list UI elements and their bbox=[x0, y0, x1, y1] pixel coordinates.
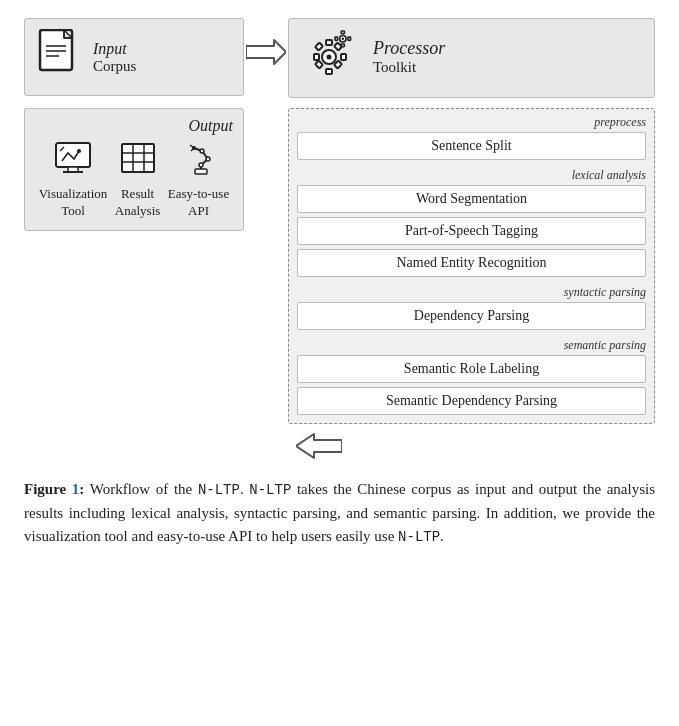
processor-to-output-arrow bbox=[296, 432, 342, 460]
pipeline-sdp: Semantic Dependency Parsing bbox=[297, 387, 646, 415]
nltp-ref-3: N-LTP bbox=[398, 529, 440, 545]
output-vis-tool: VisualizationTool bbox=[39, 141, 108, 220]
pipeline-pos: Part-of-Speech Tagging bbox=[297, 217, 646, 245]
svg-rect-34 bbox=[341, 54, 346, 60]
output-title-row: Output bbox=[35, 117, 233, 135]
output-inner: Output bbox=[35, 117, 233, 220]
pipeline-srl: Semantic Role Labeling bbox=[297, 355, 646, 383]
caption-fig-label: Figure 1: bbox=[24, 481, 84, 497]
svg-point-10 bbox=[77, 149, 81, 153]
pipeline-box: preprocess Sentence Split lexical analys… bbox=[288, 108, 655, 424]
input-title: Input bbox=[93, 40, 136, 58]
output-title: Output bbox=[189, 117, 233, 135]
svg-point-23 bbox=[206, 157, 210, 161]
left-column: Input Corpus Output bbox=[24, 18, 244, 231]
svg-rect-7 bbox=[56, 143, 90, 167]
processor-sublabel: Toolkit bbox=[373, 59, 445, 76]
input-box: Input Corpus bbox=[24, 18, 244, 96]
svg-rect-44 bbox=[348, 37, 351, 40]
figure-caption: Figure 1: Workflow of the N-LTP. N-LTP t… bbox=[24, 478, 655, 549]
svg-rect-12 bbox=[122, 144, 154, 172]
gear-icon bbox=[303, 29, 359, 85]
svg-rect-41 bbox=[341, 31, 344, 34]
pipeline-sentence-split: Sentence Split bbox=[297, 132, 646, 160]
svg-line-27 bbox=[191, 148, 194, 151]
svg-point-22 bbox=[199, 163, 203, 167]
arm-icon bbox=[180, 141, 218, 181]
processor-to-output-arrow-wrapper bbox=[288, 432, 655, 460]
section-label-semantic: semantic parsing bbox=[297, 338, 646, 353]
output-api: Easy-to-useAPI bbox=[168, 141, 229, 220]
svg-rect-43 bbox=[335, 37, 338, 40]
result-label: ResultAnalysis bbox=[115, 186, 161, 220]
processor-box: Processor Toolkit bbox=[288, 18, 655, 98]
caption-text: Workflow of the N-LTP. N-LTP takes the C… bbox=[24, 481, 655, 544]
caption-fig-num: 1 bbox=[72, 481, 80, 497]
right-column: Processor Toolkit preprocess Sentence Sp… bbox=[288, 18, 655, 460]
section-label-syntactic: syntactic parsing bbox=[297, 285, 646, 300]
api-label: Easy-to-useAPI bbox=[168, 186, 229, 220]
section-label-preprocess: preprocess bbox=[297, 115, 646, 130]
svg-point-24 bbox=[200, 149, 204, 153]
input-to-processor-arrow bbox=[244, 18, 288, 66]
input-labels: Input Corpus bbox=[93, 40, 136, 75]
svg-rect-35 bbox=[315, 43, 323, 51]
svg-rect-42 bbox=[341, 44, 344, 47]
vis-tool-label: VisualizationTool bbox=[39, 186, 108, 220]
svg-rect-32 bbox=[326, 69, 332, 74]
grid-icon bbox=[119, 141, 157, 181]
input-sublabel: Corpus bbox=[93, 58, 136, 75]
svg-rect-37 bbox=[315, 61, 323, 69]
nltp-ref-1: N-LTP bbox=[198, 482, 240, 498]
output-items-all: VisualizationTool bbox=[35, 141, 233, 220]
svg-point-40 bbox=[342, 38, 345, 41]
svg-rect-31 bbox=[326, 40, 332, 45]
output-box: Output bbox=[24, 108, 244, 231]
pipeline-dep: Dependency Parsing bbox=[297, 302, 646, 330]
output-result: ResultAnalysis bbox=[115, 141, 161, 220]
processor-labels: Processor Toolkit bbox=[373, 38, 445, 76]
document-icon bbox=[37, 29, 81, 85]
nltp-ref-2: N-LTP bbox=[249, 482, 291, 498]
processor-title-label: Processor bbox=[373, 38, 445, 59]
svg-rect-33 bbox=[314, 54, 319, 60]
monitor-icon bbox=[54, 141, 92, 181]
svg-rect-17 bbox=[195, 169, 207, 174]
svg-marker-28 bbox=[246, 40, 286, 64]
svg-point-30 bbox=[327, 55, 332, 60]
pipeline-word-seg: Word Segmentation bbox=[297, 185, 646, 213]
pipeline-ner: Named Entity Recognition bbox=[297, 249, 646, 277]
section-label-lexical: lexical analysis bbox=[297, 168, 646, 183]
svg-marker-45 bbox=[296, 434, 342, 458]
diagram-area: Input Corpus Output bbox=[24, 18, 655, 460]
